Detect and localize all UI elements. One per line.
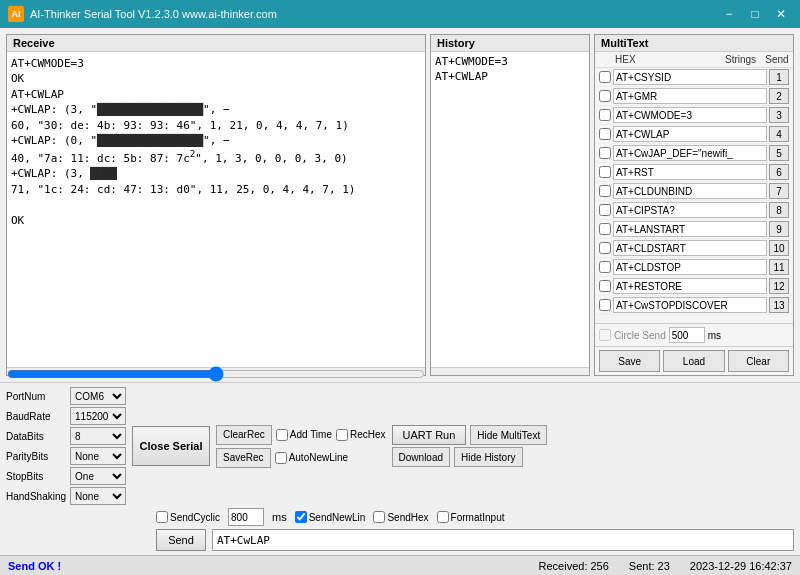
list-item[interactable]: AT+CWMODE=3 [433, 54, 587, 69]
uart-run-button[interactable]: UART Run [392, 425, 467, 445]
status-right: Received: 256 Sent: 23 2023-12-29 16:42:… [539, 560, 792, 572]
close-button[interactable]: ✕ [770, 5, 792, 23]
list-item[interactable]: AT+CWLAP [433, 69, 587, 84]
send-input[interactable] [212, 529, 794, 551]
baudrate-select[interactable]: 115200 [70, 407, 126, 425]
mt-checkbox-7[interactable] [599, 185, 611, 197]
multitext-panel: MultiText HEX Strings Send 1 2 [594, 34, 794, 376]
mt-row: 13 [595, 296, 793, 315]
rec-row1: ClearRec Add Time RecHex [216, 425, 386, 445]
mt-send-btn-8[interactable]: 8 [769, 202, 789, 218]
main-content: Receive AT+CWMODE=3 OK AT+CWLAP +CWLAP: … [0, 28, 800, 575]
mt-input-10[interactable] [613, 240, 767, 256]
mt-input-5[interactable] [613, 145, 767, 161]
history-scrollbar[interactable] [431, 367, 589, 375]
mt-input-3[interactable] [613, 107, 767, 123]
mt-checkbox-2[interactable] [599, 90, 611, 102]
send-button[interactable]: Send [156, 529, 206, 551]
hide-history-button[interactable]: Hide History [454, 447, 522, 467]
mt-checkbox-8[interactable] [599, 204, 611, 216]
mt-checkbox-3[interactable] [599, 109, 611, 121]
mt-input-9[interactable] [613, 221, 767, 237]
title-bar-controls: − □ ✕ [718, 5, 792, 23]
close-serial-button[interactable]: Close Serial [132, 426, 210, 466]
multitext-load-button[interactable]: Load [663, 350, 724, 372]
history-content[interactable]: AT+CWMODE=3 AT+CWLAP [431, 52, 589, 367]
mt-checkbox-6[interactable] [599, 166, 611, 178]
multitext-clear-button[interactable]: Clear [728, 350, 789, 372]
mt-checkbox-13[interactable] [599, 299, 611, 311]
multitext-rows: 1 2 3 4 [595, 68, 793, 323]
circle-send-label: Circle Send [614, 330, 666, 341]
multitext-col-headers: HEX Strings Send [595, 52, 793, 68]
maximize-button[interactable]: □ [744, 5, 766, 23]
mt-send-btn-3[interactable]: 3 [769, 107, 789, 123]
mt-checkbox-4[interactable] [599, 128, 611, 140]
saverec-button[interactable]: SaveRec [216, 448, 271, 468]
paritybits-select[interactable]: None [70, 447, 126, 465]
mt-send-btn-11[interactable]: 11 [769, 259, 789, 275]
stopbits-select[interactable]: One [70, 467, 126, 485]
mt-send-btn-4[interactable]: 4 [769, 126, 789, 142]
multitext-header: MultiText [595, 35, 793, 52]
mt-checkbox-11[interactable] [599, 261, 611, 273]
history-header: History [431, 35, 589, 52]
mt-checkbox-5[interactable] [599, 147, 611, 159]
circle-send-checkbox[interactable] [599, 329, 611, 341]
mt-input-13[interactable] [613, 297, 767, 313]
addtime-checkbox[interactable] [276, 429, 288, 441]
autonewline-check: AutoNewLine [275, 452, 348, 464]
mt-send-btn-9[interactable]: 9 [769, 221, 789, 237]
receive-scrollbar[interactable] [7, 367, 425, 375]
mt-checkbox-1[interactable] [599, 71, 611, 83]
sendnewlin-checkbox[interactable] [295, 511, 307, 523]
mt-input-2[interactable] [613, 88, 767, 104]
mt-checkbox-9[interactable] [599, 223, 611, 235]
sendhex-checkbox[interactable] [373, 511, 385, 523]
multitext-save-button[interactable]: Save [599, 350, 660, 372]
download-button[interactable]: Download [392, 447, 450, 467]
mt-send-btn-6[interactable]: 6 [769, 164, 789, 180]
autonewline-label: AutoNewLine [289, 452, 348, 463]
sendcyclic-checkbox[interactable] [156, 511, 168, 523]
autonewline-checkbox[interactable] [275, 452, 287, 464]
handshaking-select[interactable]: None [70, 487, 126, 505]
mt-input-4[interactable] [613, 126, 767, 142]
app-icon: AI [8, 6, 24, 22]
hide-multitext-button[interactable]: Hide MultiText [470, 425, 547, 445]
cyclic-input[interactable] [228, 508, 264, 526]
mt-input-6[interactable] [613, 164, 767, 180]
mt-input-8[interactable] [613, 202, 767, 218]
sendnewlin-check: SendNewLin [295, 511, 366, 523]
minimize-button[interactable]: − [718, 5, 740, 23]
rec-btns: ClearRec Add Time RecHex SaveRec AutoNew… [216, 425, 386, 468]
mt-send-btn-12[interactable]: 12 [769, 278, 789, 294]
mt-checkbox-10[interactable] [599, 242, 611, 254]
databits-select[interactable]: 8 [70, 427, 126, 445]
send-ok-status: Send OK ! [8, 560, 61, 572]
circle-send-input[interactable] [669, 327, 705, 343]
mt-input-7[interactable] [613, 183, 767, 199]
mt-input-11[interactable] [613, 259, 767, 275]
portnum-select[interactable]: COM6 [70, 387, 126, 405]
mt-send-btn-2[interactable]: 2 [769, 88, 789, 104]
clearrec-button[interactable]: ClearRec [216, 425, 272, 445]
mt-input-12[interactable] [613, 278, 767, 294]
mt-send-btn-13[interactable]: 13 [769, 297, 789, 313]
mt-send-btn-10[interactable]: 10 [769, 240, 789, 256]
mt-send-btn-5[interactable]: 5 [769, 145, 789, 161]
mt-send-btn-1[interactable]: 1 [769, 69, 789, 85]
portnum-label: PortNum [6, 391, 66, 402]
receive-hscroll[interactable] [7, 370, 425, 378]
formatinput-checkbox[interactable] [437, 511, 449, 523]
mt-input-1[interactable] [613, 69, 767, 85]
rechex-checkbox[interactable] [336, 429, 348, 441]
port-fields: PortNum COM6 BaudRate 115200 DataBits 8 … [6, 387, 126, 505]
mt-checkbox-12[interactable] [599, 280, 611, 292]
col-check [599, 54, 615, 65]
receive-content[interactable]: AT+CWMODE=3 OK AT+CWLAP +CWLAP: (3, "███… [7, 52, 425, 367]
circle-send-ms: ms [708, 330, 721, 341]
mt-send-btn-7[interactable]: 7 [769, 183, 789, 199]
received-count: Received: 256 [539, 560, 609, 572]
cyclic-ms: ms [272, 511, 287, 523]
